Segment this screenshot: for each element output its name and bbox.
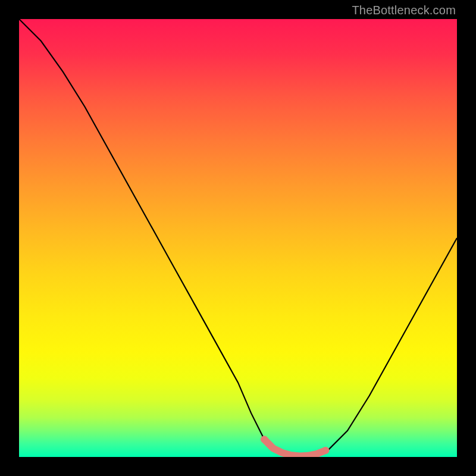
- highlight-end-dot: [322, 447, 329, 454]
- attribution-text: TheBottleneck.com: [352, 4, 456, 17]
- plot-area: [19, 19, 457, 457]
- bottleneck-chart: TheBottleneck.com: [0, 0, 476, 476]
- curve-layer: [19, 19, 457, 457]
- optimal-range-highlight: [264, 440, 325, 456]
- highlight-start-dot: [261, 436, 268, 443]
- bottleneck-curve-line: [19, 19, 457, 457]
